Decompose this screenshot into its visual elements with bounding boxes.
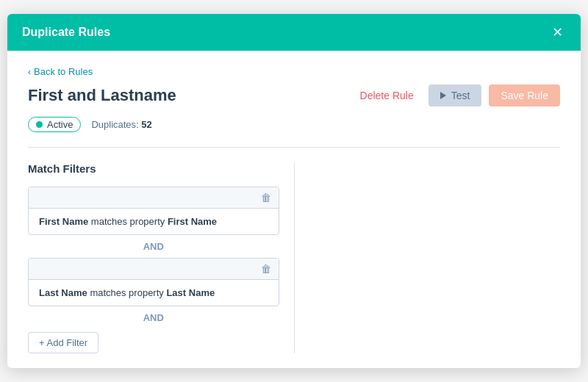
delete-rule-button[interactable]: Delete Rule <box>353 85 421 106</box>
delete-filter-1-button[interactable]: 🗑 <box>261 192 271 203</box>
filter-card-1-body: First Name matches property First Name <box>29 209 279 234</box>
duplicates-count: Duplicates: 52 <box>91 119 151 130</box>
modal-title: Duplicate Rules <box>22 26 110 39</box>
delete-filter-2-button[interactable]: 🗑 <box>261 263 271 275</box>
back-link-label: Back to Rules <box>34 66 93 77</box>
duplicate-rules-modal: Duplicate Rules ✕ ‹ Back to Rules First … <box>7 14 581 369</box>
content-area: Match Filters 🗑 First Name matches prope… <box>28 162 560 353</box>
active-label: Active <box>47 119 73 130</box>
filter-1-value: First Name <box>168 216 217 227</box>
back-to-rules-link[interactable]: ‹ Back to Rules <box>28 66 93 77</box>
filter-card-1: 🗑 First Name matches property First Name <box>28 187 279 235</box>
filter-2-operator: matches property <box>90 287 166 298</box>
close-button[interactable]: ✕ <box>549 24 566 40</box>
filter-2-value: Last Name <box>166 287 215 298</box>
rule-title: First and Lastname <box>28 86 176 105</box>
filter-card-2-body: Last Name matches property Last Name <box>29 280 279 306</box>
match-filters-panel: Match Filters 🗑 First Name matches prope… <box>28 162 295 353</box>
filter-card-2: 🗑 Last Name matches property Last Name <box>28 258 279 306</box>
filter-card-2-header: 🗑 <box>29 259 279 280</box>
chevron-left-icon: ‹ <box>28 67 31 77</box>
save-rule-button[interactable]: Save Rule <box>489 84 560 107</box>
modal-body: ‹ Back to Rules First and Lastname Delet… <box>7 51 581 369</box>
right-panel <box>295 162 561 353</box>
active-badge: Active <box>28 117 81 132</box>
filter-2-field: Last Name <box>39 287 87 298</box>
duplicates-number: 52 <box>141 119 151 130</box>
test-button[interactable]: Test <box>429 84 482 107</box>
panel-title: Match Filters <box>28 162 279 175</box>
filter-1-operator: matches property <box>91 216 168 227</box>
filter-1-field: First Name <box>39 216 88 227</box>
divider <box>28 147 560 148</box>
status-row: Active Duplicates: 52 <box>28 117 560 132</box>
and-separator-2: AND <box>28 306 279 329</box>
filter-card-1-header: 🗑 <box>29 187 279 209</box>
rule-actions: Delete Rule Test Save Rule <box>353 84 560 107</box>
modal-header: Duplicate Rules ✕ <box>7 14 581 51</box>
add-filter-button[interactable]: + Add Filter <box>28 332 98 353</box>
active-dot-icon <box>36 121 43 128</box>
and-separator-1: AND <box>28 235 279 258</box>
rule-title-row: First and Lastname Delete Rule Test Save… <box>28 84 560 107</box>
play-icon <box>440 92 446 99</box>
test-button-label: Test <box>451 90 470 101</box>
